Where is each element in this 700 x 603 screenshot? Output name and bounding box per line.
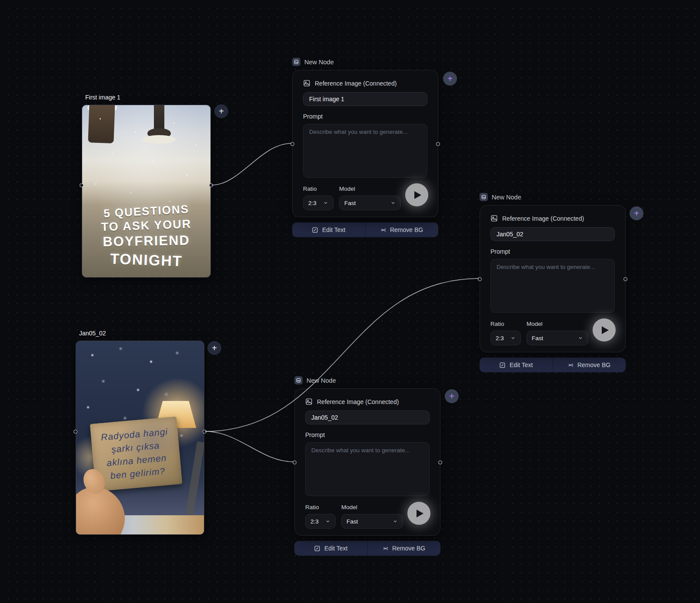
pencil-square-icon [314,545,320,552]
node-header: New Node [480,193,626,201]
add-node-button[interactable]: + [445,389,459,403]
scissors-icon: ✂ [380,227,386,233]
gen-node-bottom: New Node Reference Image (Connected) Pro… [294,376,440,556]
reference-row: Reference Image (Connected) [305,398,430,405]
edit-text-button[interactable]: Edit Text [292,222,365,237]
prompt-label: Prompt [490,248,615,255]
connection-path [212,143,291,185]
node-title: New Node [304,59,334,66]
remove-bg-label: Remove BG [390,226,423,233]
prompt-textarea[interactable] [303,124,427,178]
edit-text-button[interactable]: Edit Text [480,358,553,372]
ratio-select[interactable]: 2:3 [490,331,521,345]
output-port[interactable] [436,142,440,146]
remove-bg-label: Remove BG [392,545,425,552]
add-node-button[interactable]: + [443,72,457,86]
tree-trunk-shape [88,105,115,143]
scissors-icon: ✂ [568,362,573,368]
play-icon [602,326,609,334]
ratio-label: Ratio [303,186,333,192]
model-select[interactable]: Fast [341,514,403,529]
snow-mound-shape [143,135,176,144]
reference-input[interactable] [303,92,427,106]
ratio-label: Ratio [305,504,336,510]
plus-icon: + [219,107,224,116]
edit-text-button[interactable]: Edit Text [294,541,367,556]
remove-bg-label: Remove BG [577,361,610,368]
image-thumbnail[interactable]: Radyoda hangi şarkı çıksa aklına hemen b… [76,341,204,535]
reference-input[interactable] [490,227,615,241]
input-port[interactable] [73,430,77,434]
reference-input[interactable] [305,411,430,424]
prompt-textarea[interactable] [490,259,615,313]
output-port[interactable] [209,183,213,187]
image-icon [480,193,488,201]
edit-text-label: Edit Text [510,361,533,368]
image-node-jan05[interactable]: Radyoda hangi şarkı çıksa aklına hemen b… [76,341,204,535]
ratio-select[interactable]: 2:3 [305,514,336,529]
model-label: Model [341,504,403,510]
prompt-label: Prompt [303,113,427,120]
reference-row: Reference Image (Connected) [490,215,615,222]
output-port[interactable] [623,277,627,281]
gen-node-top: New Node Reference Image (Connected) Pro… [292,58,438,237]
output-port[interactable] [203,430,207,434]
remove-bg-button[interactable]: ✂ Remove BG [553,358,626,372]
node-title: New Node [492,194,521,201]
plus-icon: + [449,392,454,401]
chevron-down-icon [325,519,330,524]
model-select[interactable]: Fast [527,331,588,345]
add-node-button[interactable]: + [207,341,221,355]
play-button[interactable] [593,318,616,341]
add-node-button[interactable]: + [214,104,228,118]
image-icon [305,398,313,405]
edit-bar: Edit Text ✂ Remove BG [294,541,440,556]
image-label: Jan05_02 [79,330,106,337]
scissors-icon: ✂ [383,545,388,552]
canvas: { "canvas": { "background": "#0a0b0e", "… [0,0,700,603]
reference-row: Reference Image (Connected) [303,80,427,87]
snow-writing-line: BOYFRIEND [82,232,211,250]
play-icon [414,191,421,199]
play-button[interactable] [405,183,428,206]
add-node-button[interactable]: + [630,206,643,220]
pencil-square-icon [312,227,318,233]
chevron-down-icon [393,519,398,524]
edit-text-label: Edit Text [322,226,345,233]
plus-icon: + [634,209,639,218]
output-port[interactable] [438,461,442,464]
node-card: Reference Image (Connected) Prompt Ratio… [294,388,440,536]
reference-label: Reference Image (Connected) [315,80,397,87]
input-port[interactable] [293,461,297,464]
plus-icon: + [212,344,217,352]
lamp-post-shape [154,105,164,131]
ratio-value: 2:3 [496,335,504,341]
input-port[interactable] [290,142,294,146]
node-header: New Node [294,376,440,384]
edit-bar: Edit Text ✂ Remove BG [292,222,438,237]
ratio-select[interactable]: 2:3 [303,195,333,210]
image-thumbnail[interactable]: 5 QUESTIONS TO ASK YOUR BOYFRIEND TONIGH… [82,105,211,278]
chevron-down-icon [510,335,516,341]
model-select[interactable]: Fast [339,195,401,210]
chevron-down-icon [578,335,583,341]
ratio-label: Ratio [490,321,521,327]
pencil-square-icon [499,362,506,368]
play-icon [417,510,423,517]
gen-node-right: New Node Reference Image (Connected) Pro… [480,193,626,372]
input-port[interactable] [478,277,482,281]
prompt-textarea[interactable] [305,442,430,496]
edit-text-label: Edit Text [324,545,347,552]
image-label: First image 1 [85,94,120,101]
snow-scene-art: 5 QUESTIONS TO ASK YOUR BOYFRIEND TONIGH… [82,105,210,277]
remove-bg-button[interactable]: ✂ Remove BG [368,541,441,556]
image-icon [292,58,300,66]
ratio-value: 2:3 [308,200,317,206]
play-button[interactable] [407,502,430,525]
model-value: Fast [344,200,356,206]
input-port[interactable] [80,183,83,187]
image-node-first[interactable]: 5 QUESTIONS TO ASK YOUR BOYFRIEND TONIGH… [82,105,211,278]
remove-bg-button[interactable]: ✂ Remove BG [366,222,439,237]
snow-writing-line: TONIGHT [82,249,210,271]
image-icon [294,376,303,384]
